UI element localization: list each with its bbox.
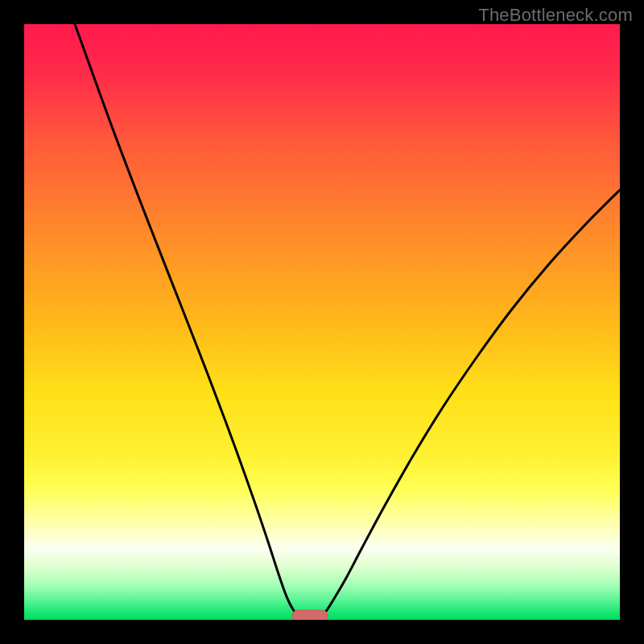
optimal-marker bbox=[292, 610, 328, 620]
gradient-background bbox=[24, 24, 620, 620]
chart-frame bbox=[24, 24, 620, 620]
credit-text: TheBottleneck.com bbox=[478, 5, 633, 26]
bottleneck-chart bbox=[24, 24, 620, 620]
